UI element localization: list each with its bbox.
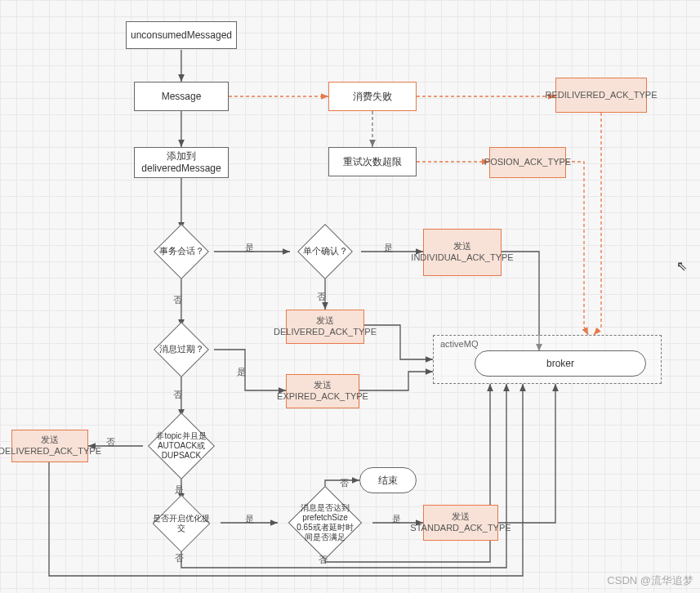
node-unconsumed: unconsumedMessaged [126, 21, 237, 49]
edge-label-no-2: 否 [317, 291, 326, 303]
node-send-delivered-ack: 发送 DELIVERED_ACK_TYPE [286, 310, 364, 344]
decision-individual-confirm: 单个确认？ [290, 230, 360, 274]
activemq-label: activeMQ [440, 339, 478, 350]
node-added-label: 添加到 deliveredMessage [141, 150, 221, 175]
node-posion-ack: POSION_ACK_TYPE [489, 147, 566, 178]
node-redelivered-label: REDILIVERED_ACK_TYPE [546, 90, 658, 101]
edge-label-yes-1: 是 [245, 242, 254, 254]
node-retry-label: 重试次数超限 [343, 156, 402, 168]
decision-transaction-session: 事务会话？ [149, 230, 214, 274]
edge-label-yes-2: 是 [384, 242, 393, 254]
node-send-expired-ack: 发送 EXPIRED_ACK_TYPE [286, 374, 359, 408]
decision-individual-label: 单个确认？ [301, 246, 350, 256]
node-send-delivered-label: 发送 DELIVERED_ACK_TYPE [274, 315, 377, 338]
cursor-icon: ⇖ [676, 258, 687, 274]
edge-label-no-4: 否 [106, 436, 115, 448]
node-unconsumed-label: unconsumedMessaged [131, 29, 232, 42]
edge-label-no-7: 否 [319, 554, 328, 566]
node-send-expired-label: 发送 EXPIRED_ACK_TYPE [277, 380, 368, 403]
decision-topic-autoack: 非topic并且是 AUTOACK或 DUPSACK [143, 417, 220, 475]
node-redelivered-ack: REDILIVERED_ACK_TYPE [555, 78, 647, 113]
decision-prefetch-check: 消息是否达到 prefetchSize 0.65或者延时时 间是否满足 [278, 493, 372, 552]
node-end: 结束 [359, 467, 417, 493]
edge-label-no-6: 否 [340, 477, 349, 489]
node-end-label: 结束 [378, 475, 398, 487]
container-activemq: activeMQ broker [433, 335, 662, 384]
node-broker: broker [475, 350, 646, 377]
node-consume-fail-label: 消费失败 [353, 91, 392, 103]
node-send-delivered-ack-2: 发送 DELIVERED_ACK_TYPE [11, 430, 88, 462]
node-consume-fail: 消费失败 [328, 82, 417, 111]
decision-msg-expired: 消息过期？ [149, 327, 214, 372]
decision-optimize-commit: 是否开启优化提 交 [143, 501, 220, 546]
watermark: CSDN @流华追梦 [607, 573, 693, 588]
node-retry-exceeded: 重试次数超限 [328, 147, 417, 176]
edge-label-yes-6: 是 [392, 513, 401, 525]
node-message: Message [134, 82, 229, 111]
node-message-label: Message [162, 91, 202, 103]
edge-label-yes-3: 是 [237, 366, 246, 378]
node-send-individual-ack: 发送 INDIVIDUAL_ACK_TYPE [423, 229, 502, 276]
edge-label-no-5: 否 [175, 552, 184, 564]
decision-optimize-label: 是否开启优化提 交 [151, 514, 212, 533]
decision-topic-label: 非topic并且是 AUTOACK或 DUPSACK [154, 431, 207, 461]
edge-label-no-3: 否 [173, 389, 182, 401]
node-broker-label: broker [546, 358, 574, 370]
node-send-individual-label: 发送 INDIVIDUAL_ACK_TYPE [411, 241, 513, 264]
node-send-standard-label: 发送 STANDARD_ACK_TYPE [410, 511, 511, 534]
decision-prefetch-label: 消息是否达到 prefetchSize 0.65或者延时时 间是否满足 [295, 503, 354, 542]
node-posion-label: POSION_ACK_TYPE [484, 157, 571, 168]
node-send-standard-ack: 发送 STANDARD_ACK_TYPE [423, 505, 498, 541]
decision-transaction-label: 事务会话？ [158, 246, 206, 256]
node-send-delivered2-label: 发送 DELIVERED_ACK_TYPE [0, 435, 101, 457]
edge-label-yes-5: 是 [245, 513, 254, 525]
edge-label-no-1: 否 [173, 294, 182, 306]
node-added-delivered: 添加到 deliveredMessage [134, 147, 229, 178]
edge-label-yes-4: 是 [175, 484, 184, 496]
decision-expired-label: 消息过期？ [158, 344, 206, 354]
